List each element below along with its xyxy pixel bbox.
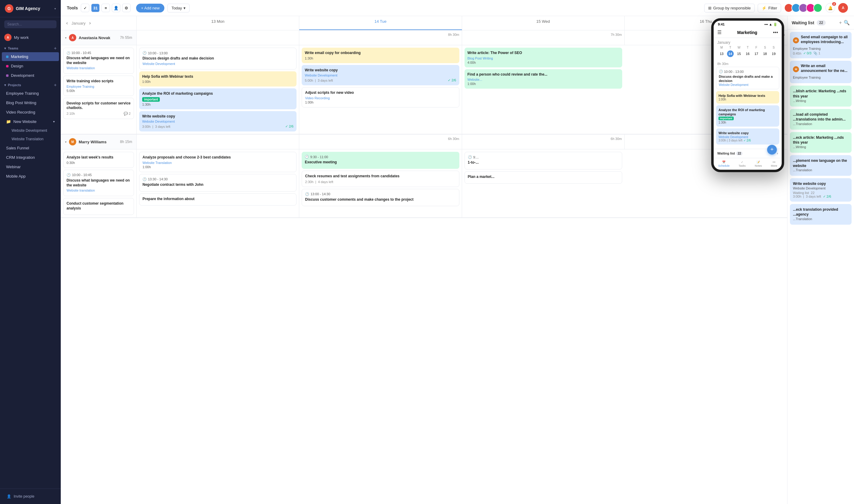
anastasia-collapse-icon[interactable]: ▾ bbox=[65, 36, 67, 39]
task-card[interactable]: Write training video scripts Employee Tr… bbox=[63, 76, 134, 96]
task-card[interactable]: 🕐 9:30 - 11:00 Executive meeting bbox=[302, 152, 459, 169]
sidebar-item-employee-training[interactable]: Employee Training bbox=[2, 89, 59, 98]
group-by-button[interactable]: ⊞ Group by responsible bbox=[704, 4, 755, 13]
waiting-item[interactable]: ...load all completed ...translations in… bbox=[790, 109, 852, 130]
task-card[interactable]: Prepare the information about bbox=[139, 193, 297, 206]
phone-menu-icon[interactable]: ☰ bbox=[717, 30, 721, 35]
task-card[interactable]: Develop scripts for customer service cha… bbox=[63, 98, 134, 119]
task-card[interactable]: Analyze last week's results 0:30h bbox=[63, 152, 134, 168]
teams-add-icon[interactable]: + bbox=[54, 46, 56, 51]
person-icon-btn[interactable]: 👤 bbox=[112, 4, 120, 12]
phone-footer-notes[interactable]: 📝 Notes bbox=[755, 161, 762, 167]
task-card[interactable]: Analyze the ROI of marketing campaigns i… bbox=[139, 88, 297, 109]
sidebar-item-blog-post[interactable]: Blog Post Writing bbox=[2, 98, 59, 107]
task-card[interactable]: Write website copy Website Development 5… bbox=[302, 65, 459, 86]
phone-task-card[interactable]: Help Sofia with Webinar texts 1:00h bbox=[716, 91, 779, 104]
agency-chevron-icon: ▾ bbox=[54, 7, 56, 10]
sidebar-item-mobile-app[interactable]: Mobile App bbox=[2, 172, 59, 181]
task-card[interactable]: Write email copy for onboarding 1:30h bbox=[302, 48, 459, 63]
task-card[interactable]: 🕐 13:00 - 14:30 Discuss customer comment… bbox=[302, 189, 459, 206]
task-card[interactable]: Find a person who could review and rate … bbox=[465, 69, 622, 89]
sidebar-item-crm[interactable]: CRM Integration bbox=[2, 153, 59, 162]
invite-people-button[interactable]: 👤 Invite people bbox=[4, 492, 56, 500]
filter-button[interactable]: ⚡ Filter bbox=[758, 4, 781, 13]
my-work-item[interactable]: A My work bbox=[0, 31, 61, 43]
month-label: January bbox=[71, 21, 85, 25]
phone-day-19[interactable]: 19 bbox=[770, 50, 777, 57]
task-card[interactable]: 🕐 10:00 - 13:00 Discuss design drafts an… bbox=[139, 48, 297, 70]
user-avatar[interactable]: A bbox=[838, 3, 848, 13]
phone-task-title: Help Sofia with Webinar texts bbox=[718, 93, 777, 98]
waiting-item[interactable]: M Write an email announcement for the ne… bbox=[790, 61, 852, 83]
phone-task-card[interactable]: Write website copy Website Development 3… bbox=[716, 128, 779, 144]
task-card[interactable]: 🕐 13:30 - 14:30 Negotiate contract terms… bbox=[139, 174, 297, 192]
sidebar-item-new-website[interactable]: 📁 New Website ▾ bbox=[2, 117, 59, 126]
waiting-item[interactable]: M Send email campaign to all employees i… bbox=[790, 32, 852, 58]
waiting-search-button[interactable]: 🔍 bbox=[844, 20, 850, 25]
check-icon-btn[interactable]: ✓ bbox=[81, 4, 89, 12]
task-title: Discuss customer comments and make chang… bbox=[305, 197, 456, 202]
sidebar-item-webinar[interactable]: Webinar bbox=[2, 162, 59, 171]
task-title: 1-to-... bbox=[468, 160, 619, 165]
avatar-5[interactable] bbox=[813, 3, 822, 13]
marry-collapse-icon[interactable]: ▾ bbox=[65, 140, 67, 144]
sidebar-item-website-dev[interactable]: Website Development bbox=[2, 127, 59, 134]
task-card[interactable]: Write article: The Power of SEO Blog Pos… bbox=[465, 48, 622, 67]
waiting-add-button[interactable]: + bbox=[839, 20, 842, 25]
waiting-item[interactable]: ...plement new language on the website .… bbox=[790, 155, 852, 176]
task-card[interactable]: 🕐 10:00 - 10:45 Discuss what languages w… bbox=[63, 170, 134, 196]
phone-footer-tasks[interactable]: ✓ Tasks bbox=[738, 161, 746, 167]
search-input[interactable] bbox=[4, 20, 56, 28]
phone-footer-more[interactable]: ••• More bbox=[771, 161, 778, 167]
phone-task-card[interactable]: 🕐 10:00 - 13:00 Discuss design drafts an… bbox=[716, 67, 779, 89]
phone-fab-button[interactable]: + bbox=[767, 145, 777, 155]
list-icon-btn[interactable]: ≡ bbox=[102, 4, 110, 12]
phone-day-18[interactable]: 18 bbox=[762, 50, 768, 57]
task-duration: 1:00h bbox=[468, 82, 619, 86]
teams-section-header[interactable]: ▾ Teams + bbox=[0, 43, 61, 52]
notification-button[interactable]: 🔔 2 bbox=[825, 3, 835, 13]
sidebar-item-design[interactable]: Design bbox=[2, 61, 59, 70]
task-title: Adjust scripts for new video bbox=[305, 90, 456, 95]
task-card[interactable]: 🕐 10:00 - 10:45 Discuss what languages w… bbox=[63, 48, 134, 74]
phone-footer-schedule[interactable]: 📅 Schedule bbox=[718, 161, 730, 167]
add-new-button[interactable]: + Add new bbox=[136, 4, 164, 13]
projects-add-icon[interactable]: + bbox=[54, 83, 56, 87]
phone-day-17[interactable]: 17 bbox=[753, 50, 760, 57]
task-card[interactable]: Help Sofia with Webinar texts 1:00h bbox=[139, 71, 297, 87]
waiting-item[interactable]: Write website copy Website Development W… bbox=[790, 178, 852, 202]
agency-logo[interactable]: G GIM Agency ▾ bbox=[0, 0, 61, 17]
next-month-button[interactable]: › bbox=[88, 19, 92, 27]
task-title: Prepare the information about bbox=[142, 197, 293, 202]
waiting-item[interactable]: ...blish article: Marketing ...nds this … bbox=[790, 86, 852, 106]
task-card[interactable]: Plan a market... bbox=[465, 171, 622, 184]
sidebar-item-video-recording[interactable]: Video Recording bbox=[2, 108, 59, 116]
task-card[interactable]: Adjust scripts for new video Video Recor… bbox=[302, 87, 459, 107]
phone-day-15[interactable]: 15 bbox=[735, 50, 742, 57]
sidebar-item-sales-funnel[interactable]: Sales Funnel bbox=[2, 144, 59, 152]
calendar-icon-btn[interactable]: 31 bbox=[91, 4, 100, 12]
item-avatar: M bbox=[793, 66, 799, 72]
sidebar-footer: 👤 Invite people bbox=[0, 488, 61, 504]
task-card[interactable]: 🕐 9:... 1-to-... bbox=[465, 152, 622, 169]
phone-more-icon[interactable]: ••• bbox=[773, 30, 778, 35]
task-card[interactable]: Analyze proposals and choose 2-3 best ca… bbox=[139, 152, 297, 172]
phone-day-14[interactable]: 14 bbox=[727, 50, 734, 57]
task-card[interactable]: Conduct customer segmentation analysis bbox=[63, 198, 134, 215]
waiting-item[interactable]: ...eck article: Marketing ...nds this ye… bbox=[790, 132, 852, 153]
sidebar-item-website-trans[interactable]: Website Translation bbox=[2, 135, 59, 143]
sidebar-item-marketing[interactable]: Marketing bbox=[2, 52, 59, 61]
employee-training-label: Employee Training bbox=[6, 91, 39, 96]
waiting-item[interactable]: ...eck translation provided ...agency ..… bbox=[790, 204, 852, 225]
projects-section-header[interactable]: ▾ Projects + bbox=[0, 80, 61, 89]
gear-icon-btn[interactable]: ⚙ bbox=[122, 4, 130, 12]
prev-month-button[interactable]: ‹ bbox=[65, 19, 69, 27]
task-card[interactable]: Check resumes and test assignments from … bbox=[302, 170, 459, 187]
phone-day-16[interactable]: 16 bbox=[744, 50, 751, 57]
task-title: Write website copy bbox=[305, 68, 456, 73]
today-button[interactable]: Today ▾ bbox=[168, 4, 190, 13]
task-card[interactable]: Write website copy Website Development 3… bbox=[139, 111, 297, 132]
sidebar-item-development[interactable]: Development bbox=[2, 71, 59, 80]
phone-task-card[interactable]: Analyze the ROI of marketing campaigns i… bbox=[716, 105, 779, 127]
phone-day-13[interactable]: 13 bbox=[718, 50, 725, 57]
